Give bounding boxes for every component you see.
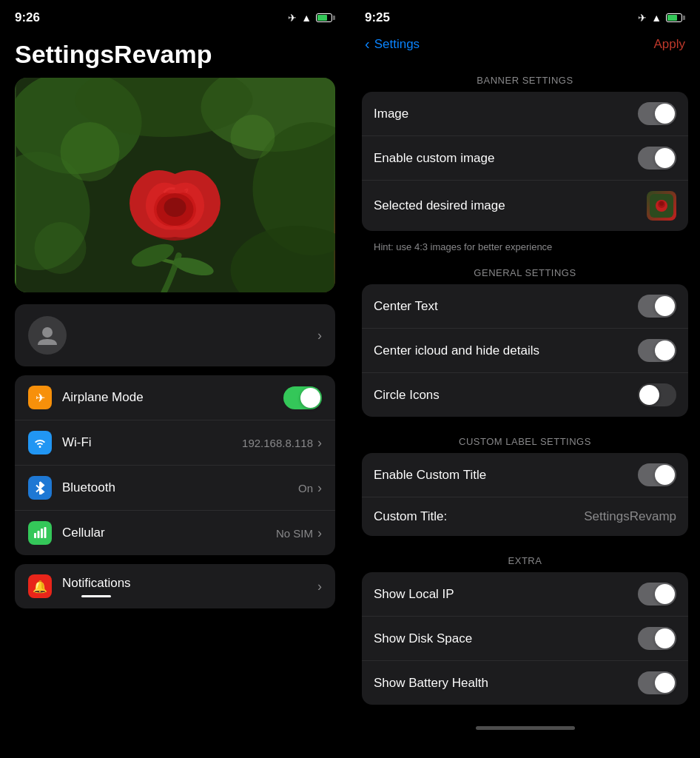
wifi-icon: ▲ (301, 12, 312, 24)
enable-custom-title-toggle[interactable] (638, 463, 676, 486)
airplane-mode-row[interactable]: ✈ Airplane Mode (15, 375, 335, 420)
svg-point-14 (164, 198, 186, 217)
custom-title-value: SettingsRevamp (584, 509, 676, 524)
airplane-icon: ✈ (288, 12, 297, 24)
back-label: Settings (374, 37, 420, 52)
hero-image (15, 78, 335, 292)
extra-header: EXTRA (350, 542, 700, 572)
bluetooth-row[interactable]: Bluetooth On › (15, 466, 335, 511)
cellular-chevron-icon: › (317, 526, 322, 541)
circle-icons-toggle[interactable] (638, 383, 676, 406)
banner-settings-group: Image Enable custom image Selected desir… (362, 92, 688, 231)
wifi-label: Wi-Fi (62, 435, 242, 450)
airplane-mode-icon: ✈ (28, 386, 52, 409)
circle-icons-label: Circle Icons (374, 388, 440, 403)
back-button[interactable]: ‹ Settings (365, 36, 420, 53)
cellular-label: Cellular (62, 526, 276, 540)
general-settings-group: Center Text Center icloud and hide detai… (362, 284, 688, 417)
svg-point-8 (231, 115, 275, 159)
image-row[interactable]: Image (362, 92, 688, 136)
svg-point-26 (659, 201, 664, 206)
notifications-tab[interactable]: 🔔 Notifications › (15, 564, 335, 608)
status-bar-left: 9:26 ✈ ▲ (0, 0, 350, 33)
show-disk-space-toggle[interactable] (638, 627, 676, 650)
image-thumbnail[interactable] (647, 191, 676, 221)
svg-rect-20 (38, 531, 40, 538)
show-battery-health-row[interactable]: Show Battery Health (362, 661, 688, 705)
enable-custom-image-label: Enable custom image (374, 151, 494, 166)
profile-card[interactable]: › (15, 304, 335, 366)
center-text-label: Center Text (374, 299, 438, 314)
airplane-mode-label: Airplane Mode (62, 390, 283, 405)
airplane-icon-right: ✈ (638, 12, 647, 24)
svg-point-7 (61, 122, 120, 181)
center-icloud-label: Center icloud and hide details (374, 343, 539, 358)
status-icons-right: ✈ ▲ (638, 12, 685, 24)
profile-chevron-icon: › (317, 328, 322, 343)
selected-image-label: Selected desired image (374, 198, 505, 213)
cellular-row[interactable]: Cellular No SIM › (15, 511, 335, 555)
custom-title-row: Custom Title: SettingsRevamp (362, 497, 688, 536)
battery-left (316, 13, 335, 22)
notifications-chevron-icon: › (317, 579, 322, 594)
selected-image-row[interactable]: Selected desired image (362, 181, 688, 231)
enable-custom-image-toggle[interactable] (638, 147, 676, 170)
image-label: Image (374, 107, 408, 121)
tab-underline (81, 595, 111, 597)
time-left: 9:26 (15, 10, 40, 25)
home-indicator-right (350, 711, 700, 736)
custom-title-label: Custom Title: (374, 509, 447, 524)
extra-settings-group: Show Local IP Show Disk Space Show Batte… (362, 572, 688, 705)
svg-rect-19 (34, 533, 36, 538)
enable-custom-title-row[interactable]: Enable Custom Title (362, 453, 688, 497)
svg-rect-21 (41, 529, 43, 538)
wifi-icon-row (28, 431, 52, 455)
status-icons-left: ✈ ▲ (288, 12, 335, 24)
center-text-toggle[interactable] (638, 295, 676, 318)
bluetooth-chevron-icon: › (317, 480, 322, 496)
apply-button[interactable]: Apply (653, 37, 685, 52)
wifi-chevron-icon: › (317, 435, 322, 451)
cellular-value: No SIM (276, 527, 313, 540)
center-icloud-row[interactable]: Center icloud and hide details (362, 329, 688, 373)
avatar (28, 316, 67, 355)
left-panel: 9:26 ✈ ▲ SettingsRevamp (0, 0, 350, 758)
enable-custom-image-row[interactable]: Enable custom image (362, 136, 688, 181)
bluetooth-value: On (298, 482, 313, 494)
enable-custom-title-label: Enable Custom Title (374, 468, 486, 483)
cellular-icon (28, 521, 52, 545)
show-disk-space-label: Show Disk Space (374, 631, 472, 646)
show-battery-health-toggle[interactable] (638, 671, 676, 694)
battery-right (666, 13, 685, 22)
show-battery-health-label: Show Battery Health (374, 676, 488, 691)
svg-rect-22 (44, 527, 47, 538)
wifi-signal-icon: ▲ (651, 12, 662, 24)
notifications-icon: 🔔 (28, 574, 52, 598)
center-icloud-toggle[interactable] (638, 339, 676, 362)
airplane-mode-toggle[interactable] (283, 386, 322, 409)
show-disk-space-row[interactable]: Show Disk Space (362, 617, 688, 661)
app-title: SettingsRevamp (0, 33, 350, 78)
right-panel: 9:25 ✈ ▲ ‹ Settings Apply BANNER SETTING… (350, 0, 700, 758)
back-chevron-icon: ‹ (365, 36, 370, 53)
wifi-row[interactable]: Wi-Fi 192.168.8.118 › (15, 420, 335, 466)
show-local-ip-label: Show Local IP (374, 587, 454, 602)
wifi-value: 192.168.8.118 (242, 437, 313, 449)
custom-label-header: CUSTOM LABEL SETTINGS (350, 423, 700, 453)
image-toggle[interactable] (638, 102, 676, 125)
nav-bar: ‹ Settings Apply (350, 33, 700, 61)
svg-point-9 (35, 222, 87, 274)
show-local-ip-toggle[interactable] (638, 583, 676, 606)
time-right: 9:25 (365, 10, 390, 25)
status-bar-right: 9:25 ✈ ▲ (350, 0, 700, 33)
circle-icons-row[interactable]: Circle Icons (362, 373, 688, 417)
hint-text: Hint: use 4:3 images for better experien… (350, 237, 700, 254)
center-text-row[interactable]: Center Text (362, 284, 688, 329)
custom-label-group: Enable Custom Title Custom Title: Settin… (362, 453, 688, 536)
banner-settings-header: BANNER SETTINGS (350, 61, 700, 92)
connectivity-card: ✈ Airplane Mode Wi-Fi 192.168.8.118 › (15, 375, 335, 555)
bluetooth-label: Bluetooth (62, 480, 298, 495)
show-local-ip-row[interactable]: Show Local IP (362, 572, 688, 617)
general-settings-header: GENERAL SETTINGS (350, 254, 700, 284)
bluetooth-icon (28, 476, 52, 500)
